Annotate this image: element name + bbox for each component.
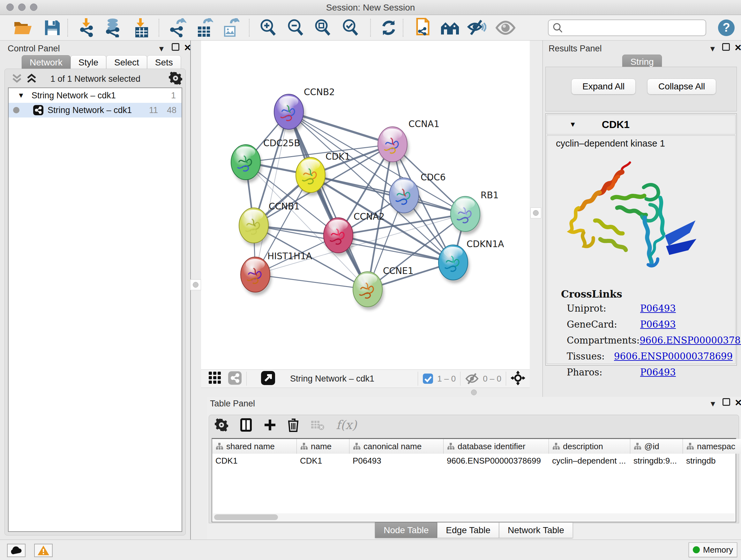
table-panel-close-icon[interactable]: ✕: [735, 397, 741, 408]
node-CDC6[interactable]: CDC6: [389, 172, 446, 216]
hide-selected-icon[interactable]: [467, 17, 487, 38]
search-input[interactable]: [563, 23, 697, 33]
warnings-button[interactable]: [34, 544, 53, 557]
table-panel-float-icon[interactable]: ▼: [709, 399, 717, 408]
save-session-icon[interactable]: [42, 17, 63, 38]
hidden-eye-icon[interactable]: [465, 373, 479, 384]
tree-collapse-arrow-icon[interactable]: ▼: [17, 91, 24, 100]
horizontal-splitter[interactable]: [201, 388, 530, 397]
import-table-icon[interactable]: [131, 17, 152, 38]
column-header-name[interactable]: name: [297, 439, 349, 454]
left-splitter[interactable]: [191, 41, 201, 540]
zoom-out-icon[interactable]: [285, 17, 306, 38]
node-CCNB1[interactable]: CCNB1: [239, 201, 300, 246]
table-cell[interactable]: stringdb: [683, 454, 741, 468]
node-CCNA1[interactable]: CCNA1: [378, 119, 440, 165]
network-selection-status: 1 of 1 Network selected: [5, 74, 186, 84]
column-header-description[interactable]: description: [549, 439, 630, 454]
network-tree-child-row[interactable]: String Network – cdk1 11 48: [9, 103, 182, 118]
table-cell[interactable]: 9606.ENSP00000378699: [444, 454, 549, 468]
tab-style[interactable]: Style: [71, 55, 106, 70]
birds-eye-view-icon[interactable]: [208, 371, 222, 386]
results-entry-header[interactable]: ▼ CDK1: [547, 115, 736, 134]
column-header-@id[interactable]: @id: [630, 439, 683, 454]
control-panel-close-icon[interactable]: ✕: [184, 43, 191, 53]
table-cell[interactable]: P06493: [349, 454, 444, 468]
control-panel-float-icon[interactable]: ▼: [158, 44, 165, 53]
tab-sets[interactable]: Sets: [147, 55, 181, 70]
control-panel-undock-icon[interactable]: [172, 43, 179, 51]
tab-node-table[interactable]: Node Table: [375, 522, 437, 538]
table-cell[interactable]: stringdb:9...: [630, 454, 683, 468]
node-CDKN1A[interactable]: CDKN1A: [439, 239, 504, 283]
results-panel-float-icon[interactable]: ▼: [709, 44, 717, 53]
table-panel-undock-icon[interactable]: [723, 398, 730, 406]
table-cell[interactable]: cyclin–dependent ...: [549, 454, 630, 468]
node-HIST1H1A[interactable]: HIST1H1A: [241, 251, 312, 295]
tab-edge-table[interactable]: Edge Table: [437, 522, 499, 538]
results-panel-close-icon[interactable]: ✕: [734, 43, 741, 53]
column-header-shared-name[interactable]: shared name: [212, 439, 297, 454]
zoom-in-icon[interactable]: [258, 17, 278, 38]
add-column-icon[interactable]: [264, 419, 276, 431]
import-network-file-icon[interactable]: [77, 17, 97, 38]
edge-CCNB2-CCNE1[interactable]: [289, 112, 367, 289]
cloud-button[interactable]: [7, 544, 25, 557]
horizontal-splitter-handle[interactable]: [471, 389, 477, 395]
help-icon[interactable]: ?: [716, 17, 737, 38]
zoom-fit-icon[interactable]: [313, 17, 333, 38]
entry-collapse-arrow-icon[interactable]: ▼: [569, 120, 576, 129]
network-options-gear-icon[interactable]: [169, 71, 182, 86]
node-CDC25B[interactable]: CDC25B: [231, 138, 300, 183]
memory-button[interactable]: Memory: [689, 543, 737, 557]
export-table-icon[interactable]: [194, 17, 214, 38]
first-neighbors-icon[interactable]: [440, 17, 460, 38]
detach-view-icon[interactable]: [261, 371, 275, 387]
network-tree-root-row[interactable]: ▼ String Network – cdk1 1: [9, 88, 182, 103]
expand-all-button[interactable]: Expand All: [571, 78, 636, 95]
crosslink-link[interactable]: P06493: [640, 319, 676, 330]
results-panel-undock-icon[interactable]: [722, 43, 730, 51]
tab-network-table[interactable]: Network Table: [499, 522, 573, 538]
fit-content-crosshair-icon[interactable]: [511, 371, 525, 387]
show-columns-icon[interactable]: [240, 418, 253, 432]
collapse-all-button[interactable]: Collapse All: [647, 78, 716, 95]
open-session-icon[interactable]: [13, 17, 33, 38]
table-options-gear-icon[interactable]: [215, 418, 228, 432]
crosslink-link[interactable]: P06493: [640, 367, 676, 378]
show-all-icon[interactable]: [495, 17, 516, 38]
network-canvas[interactable]: CCNB2CCNA1CDC25BCDK1CDC6RB1CCNB1CCNA2CDK…: [201, 41, 530, 369]
table-row[interactable]: CDK1CDK1P064939606.ENSP00000378699cyclin…: [212, 454, 736, 468]
node-RB1[interactable]: RB1: [451, 190, 498, 235]
node-CCNE1[interactable]: CCNE1: [353, 266, 414, 310]
left-splitter-handle[interactable]: [190, 279, 201, 290]
string-import-icon[interactable]: [412, 17, 433, 38]
export-image-icon[interactable]: [220, 17, 241, 38]
right-splitter-handle[interactable]: [530, 207, 541, 219]
export-network-icon[interactable]: [167, 17, 188, 38]
node-table[interactable]: shared name name canonical name database…: [212, 438, 736, 522]
column-header-namespac[interactable]: namespac: [683, 439, 741, 454]
import-network-database-icon[interactable]: [103, 17, 123, 38]
edge-CCNB2-HIST1H1A[interactable]: [255, 112, 289, 274]
tab-select[interactable]: Select: [106, 55, 147, 70]
right-splitter[interactable]: [530, 41, 542, 397]
table-h-scrollbar-thumb[interactable]: [214, 514, 278, 520]
crosslink-link[interactable]: P06493: [640, 303, 676, 314]
selected-count-checkbox-icon[interactable]: [422, 373, 433, 384]
search-box[interactable]: [548, 19, 706, 36]
table-h-scrollbar[interactable]: [213, 513, 735, 521]
table-cell[interactable]: CDK1: [212, 454, 297, 468]
delete-column-icon[interactable]: [287, 418, 299, 432]
refresh-icon[interactable]: [379, 17, 399, 38]
network-overview-icon[interactable]: [228, 371, 242, 386]
zoom-selected-icon[interactable]: [340, 17, 360, 38]
edge-HIST1H1A-CCNE1[interactable]: [255, 274, 367, 289]
table-cell[interactable]: CDK1: [297, 454, 349, 468]
column-header-database-identifier[interactable]: database identifier: [444, 439, 549, 454]
tab-network[interactable]: Network: [22, 55, 71, 70]
column-header-canonical-name[interactable]: canonical name: [349, 439, 444, 454]
crosslink-link[interactable]: 9606.ENSP00000378699: [614, 351, 733, 362]
crosslink-link[interactable]: 9606.ENSP00000378699: [639, 335, 741, 346]
results-entry-body: cyclin–dependent kinase 1: [547, 135, 736, 364]
